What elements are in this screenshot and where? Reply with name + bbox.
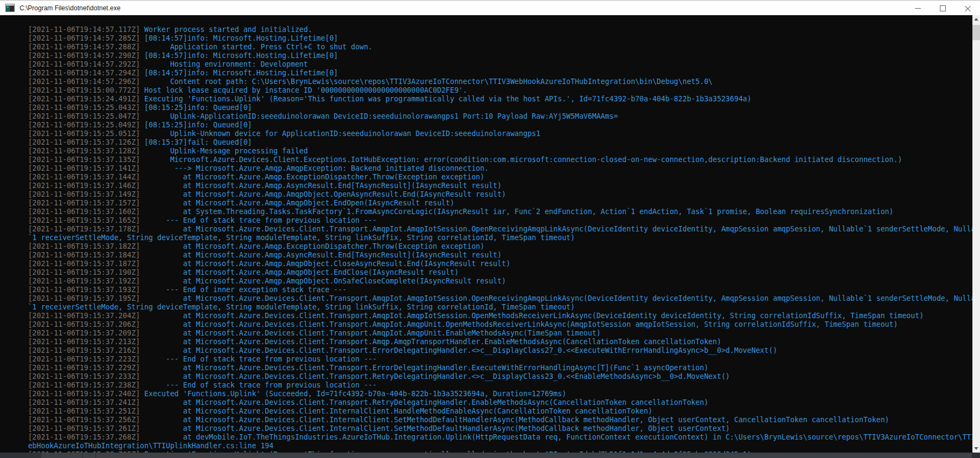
- log-message: ebHookAzureIoTHubIntegration\TTIUplinkHa…: [28, 442, 274, 450]
- log-message: at Microsoft.Azure.Devices.Client.Intern…: [140, 407, 652, 415]
- log-message: at Microsoft.Azure.Devices.Client.Intern…: [140, 416, 889, 424]
- log-timestamp: [2021-11-06T19:15:37.213Z]: [28, 338, 140, 346]
- log-timestamp: [2021-11-06T19:14:57.117Z]: [28, 25, 140, 34]
- log-timestamp: [2021-11-06T19:15:37.192Z]: [28, 277, 140, 285]
- log-timestamp: [2021-11-06T19:15:37.251Z]: [28, 407, 140, 415]
- minimize-button[interactable]: [905, 1, 930, 16]
- log-message: at Microsoft.Azure.Amqp.AsyncResult.End[…: [140, 182, 502, 190]
- log-timestamp: [2021-11-06T19:15:37.206Z]: [28, 320, 140, 328]
- log-timestamp: [2021-11-06T19:15:37.268Z]: [28, 433, 140, 441]
- log-timestamp: [2021-11-06T19:15:37.229Z]: [28, 364, 140, 372]
- log-timestamp: [2021-11-06T19:15:37.190Z]: [28, 268, 140, 276]
- log-message: [08:14:57]info: Microsoft.Hosting.Lifeti…: [140, 34, 338, 42]
- close-button[interactable]: [955, 1, 980, 16]
- log-timestamp: [2021-11-06T19:15:37.238Z]: [28, 381, 140, 389]
- minimize-icon: [915, 8, 921, 9]
- log-message: Uplink-Message processing failed: [140, 147, 308, 155]
- log-message: `1 receiverSettleMode, String deviceTemp…: [28, 303, 575, 311]
- chevron-down-icon: [974, 447, 978, 450]
- log-message: at Microsoft.Azure.Devices.Client.Transp…: [140, 294, 972, 302]
- log-message: --- End of stack trace from previous loc…: [140, 355, 377, 363]
- log-message: at Microsoft.Azure.Devices.Client.Transp…: [140, 320, 898, 328]
- taskbar-strip: [0, 453, 980, 458]
- log-timestamp: [2021-11-06T19:15:37.157Z]: [28, 199, 140, 207]
- log-timestamp: [2021-11-06T19:15:25.051Z]: [28, 130, 140, 138]
- log-message: Microsoft.Azure.Devices.Client.Exception…: [140, 156, 902, 164]
- log-message: at Microsoft.Azure.Amqp.AmqpObject.EndOp…: [140, 199, 454, 207]
- log-timestamp: [2021-11-06T19:15:37.204Z]: [28, 312, 140, 320]
- titlebar[interactable]: C:\Program Files\dotnet\dotnet.exe: [0, 0, 980, 15]
- log-message: Worker process started and initialized.: [140, 25, 312, 34]
- log-timestamp: [2021-11-06T19:14:57.290Z]: [28, 51, 140, 60]
- log-message: --- End of stack trace from previous loc…: [140, 381, 377, 389]
- log-timestamp: [2021-11-06T19:15:37.209Z]: [28, 329, 140, 337]
- log-timestamp: [2021-11-06T19:15:37.128Z]: [28, 147, 140, 155]
- log-timestamp: [2021-11-06T19:15:37.240Z]: [28, 390, 140, 398]
- log-timestamp: [2021-11-06T19:15:37.144Z]: [28, 173, 140, 181]
- taskbar-corner: [972, 453, 980, 458]
- log-message: `1 receiverSettleMode, String deviceTemp…: [28, 234, 575, 242]
- log-timestamp: [2021-11-06T19:15:37.160Z]: [28, 208, 140, 216]
- taskbar-divider: [95, 453, 96, 458]
- vertical-scrollbar[interactable]: [972, 15, 980, 453]
- log-message: at Microsoft.Azure.Devices.Client.Transp…: [140, 346, 777, 354]
- taskbar-segment: [0, 453, 41, 458]
- log-timestamp: [2021-11-06T19:15:37.178Z]: [28, 225, 140, 233]
- log-timestamp: [2021-11-06T19:15:37.184Z]: [28, 251, 140, 259]
- log-message: --- End of stack trace from previous loc…: [140, 216, 377, 224]
- close-icon: [965, 5, 971, 11]
- chevron-up-icon: [974, 18, 978, 21]
- log-message: [08:15:25]info: Queued[0]: [140, 104, 252, 112]
- log-message: at devMobile.IoT.TheThingsIndustries.Azu…: [140, 433, 972, 441]
- log-timestamp: [2021-11-06T19:15:37.165Z]: [28, 216, 140, 224]
- log-timestamp: [2021-11-06T19:15:37.256Z]: [28, 416, 140, 424]
- console-window: C:\Program Files\dotnet\dotnet.exe [2021…: [0, 0, 980, 458]
- log-timestamp: [2021-11-06T19:14:57.296Z]: [28, 78, 140, 86]
- taskbar-divider: [82, 453, 83, 458]
- log-message: at Microsoft.Azure.Amqp.AmqpObject.OpenA…: [140, 190, 506, 198]
- log-message: at Microsoft.Azure.Amqp.AmqpObject.EndCl…: [140, 268, 459, 276]
- log-timestamp: [2021-11-06T19:15:37.146Z]: [28, 182, 140, 190]
- log-message: at Microsoft.Azure.Amqp.AmqpObject.Close…: [140, 260, 510, 268]
- log-line: [2021-11-06T19:14:57.117Z] Worker proces…: [2, 17, 972, 25]
- log-timestamp: [2021-11-06T19:15:37.187Z]: [28, 260, 140, 268]
- log-timestamp: [2021-11-06T19:15:37.241Z]: [28, 398, 140, 407]
- log-message: at Microsoft.Azure.Amqp.AsyncResult.End[…: [140, 251, 502, 259]
- log-timestamp: [2021-11-06T19:15:25.049Z]: [28, 121, 140, 129]
- maximize-icon: [940, 5, 946, 11]
- log-message: Host lock lease acquired by instance ID …: [140, 86, 467, 94]
- log-timestamp: [2021-11-06T19:14:57.294Z]: [28, 69, 140, 77]
- log-timestamp: [2021-11-06T19:15:37.126Z]: [28, 138, 140, 146]
- log-message: Executed 'Functions.Uplink' (Succeeded, …: [140, 390, 566, 398]
- console-app-icon: [5, 4, 15, 12]
- log-message: Executing 'Functions.Uplink' (Reason='Th…: [140, 95, 751, 103]
- log-message: at Microsoft.Azure.Devices.Client.Transp…: [140, 372, 730, 380]
- window-title: C:\Program Files\dotnet\dotnet.exe: [20, 4, 120, 12]
- scroll-up-button[interactable]: [972, 15, 980, 23]
- log-message: at Microsoft.Azure.Devices.Client.Intern…: [140, 424, 730, 433]
- log-message: Uplink-Unknown device for ApplicationID:…: [140, 130, 540, 138]
- log-message: [08:14:57]info: Microsoft.Hosting.Lifeti…: [140, 69, 338, 77]
- log-message: Content root path: C:\Users\BrynLewis\so…: [140, 78, 713, 86]
- log-message: Application started. Press Ctrl+C to shu…: [140, 43, 373, 51]
- log-timestamp: [2021-11-06T19:15:25.043Z]: [28, 104, 140, 112]
- log-message: at System.Threading.Tasks.TaskFactory`1.…: [140, 208, 893, 216]
- log-timestamp: [2021-11-06T19:15:24.491Z]: [28, 95, 140, 103]
- log-timestamp: [2021-11-06T19:15:37.141Z]: [28, 164, 140, 172]
- log-timestamp: [2021-11-06T19:14:57.288Z]: [28, 43, 140, 51]
- maximize-button[interactable]: [930, 1, 955, 16]
- log-message: [08:14:57]info: Microsoft.Hosting.Lifeti…: [140, 51, 338, 60]
- log-timestamp: [2021-11-06T19:15:37.193Z]: [28, 286, 140, 294]
- log-timestamp: [2021-11-06T19:15:37.216Z]: [28, 346, 140, 354]
- log-message: at Microsoft.Azure.Devices.Client.Transp…: [140, 225, 972, 233]
- scrollbar-thumb[interactable]: [972, 25, 980, 40]
- log-timestamp: [2021-11-06T19:15:00.772Z]: [28, 86, 140, 94]
- log-timestamp: [2021-11-06T19:15:37.223Z]: [28, 355, 140, 363]
- log-message: at Microsoft.Azure.Devices.Client.Transp…: [140, 338, 721, 346]
- log-message: Hosting environment: Development: [140, 60, 308, 68]
- log-message: Uplink-ApplicationID:seeeduinolorawan De…: [140, 112, 618, 120]
- log-message: --- End of inner exception stack trace -…: [140, 286, 347, 294]
- log-timestamp: [2021-11-06T19:15:37.182Z]: [28, 242, 140, 250]
- log-message: ---> Microsoft.Azure.Amqp.AmqpException:…: [140, 164, 489, 172]
- scroll-down-button[interactable]: [972, 444, 980, 453]
